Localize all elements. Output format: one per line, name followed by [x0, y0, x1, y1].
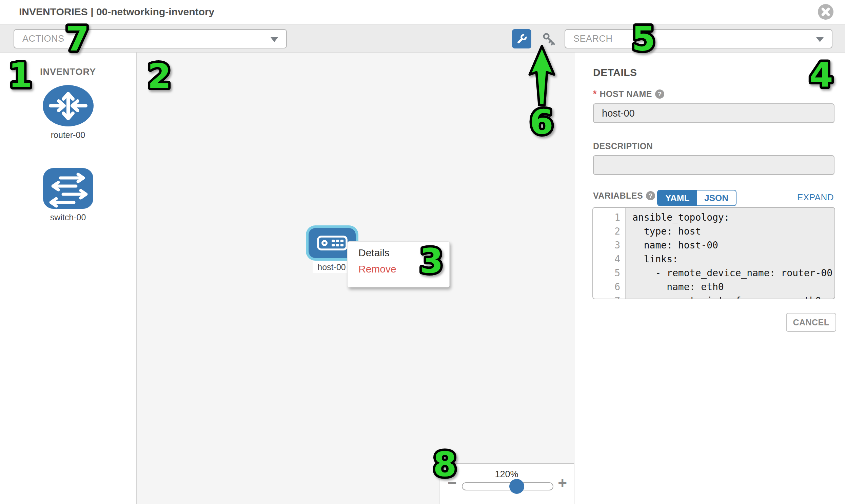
chevron-down-icon: [270, 37, 278, 42]
variables-code-editor[interactable]: 1ansible_topology: 2 type: host 3 name: …: [592, 207, 835, 299]
help-icon[interactable]: ?: [646, 191, 655, 200]
inventory-sidebar: INVENTORY router-00: [0, 53, 137, 504]
zoom-in-button[interactable]: +: [558, 475, 567, 491]
zoom-out-button[interactable]: −: [447, 475, 457, 491]
code-line: 7 remote_interface_name: eth0: [593, 294, 834, 299]
context-menu-item-details[interactable]: Details: [358, 247, 449, 258]
page-header: INVENTORIES | 00-networking-inventory: [0, 0, 845, 24]
expand-link[interactable]: EXPAND: [797, 192, 834, 203]
code-line: 6 name: eth0: [593, 280, 834, 294]
host-name-label-row: * HOST NAME ?: [593, 89, 664, 99]
help-icon[interactable]: ?: [655, 89, 664, 98]
zoom-slider[interactable]: [462, 482, 553, 490]
variables-format-toggle: YAML JSON: [657, 190, 737, 206]
router-icon: [42, 85, 94, 127]
tab-json[interactable]: JSON: [697, 191, 736, 205]
host-icon: [317, 235, 348, 252]
description-label-row: DESCRIPTION: [593, 141, 653, 151]
host-name-input[interactable]: [593, 103, 834, 123]
search-dropdown[interactable]: SEARCH: [565, 29, 832, 49]
sidebar-item-switch[interactable]: switch-00: [0, 168, 136, 222]
code-line: 5 - remote_device_name: router-00: [593, 266, 834, 280]
code-line: 1ansible_topology:: [593, 211, 834, 224]
sidebar-item-label: switch-00: [0, 213, 136, 222]
sidebar-item-router[interactable]: router-00: [0, 85, 136, 140]
toolbar: ACTIONS SEARCH: [0, 24, 845, 53]
tab-yaml[interactable]: YAML: [658, 191, 697, 205]
actions-dropdown[interactable]: ACTIONS: [14, 29, 287, 49]
inventory-topology-page: INVENTORIES | 00-networking-inventory AC…: [0, 0, 845, 504]
description-input[interactable]: [593, 155, 834, 175]
context-menu: Details Remove: [347, 241, 450, 287]
required-asterisk: *: [593, 89, 597, 99]
close-icon[interactable]: [818, 4, 833, 20]
variables-label: VARIABLES: [593, 191, 643, 201]
search-dropdown-placeholder: SEARCH: [574, 34, 613, 44]
actions-dropdown-placeholder: ACTIONS: [22, 34, 65, 44]
code-line: 2 type: host: [593, 224, 834, 238]
context-menu-item-remove[interactable]: Remove: [358, 263, 449, 275]
key-icon[interactable]: [541, 31, 557, 47]
details-panel: DETAILS * HOST NAME ? DESCRIPTION VARIAB…: [575, 53, 845, 504]
description-label: DESCRIPTION: [593, 141, 653, 151]
switch-icon: [43, 168, 93, 209]
wrench-icon: [515, 32, 529, 46]
variables-label-row: VARIABLES ?: [593, 191, 655, 201]
zoom-slider-thumb[interactable]: [509, 479, 524, 494]
sidebar-title: INVENTORY: [0, 67, 136, 77]
wrench-button[interactable]: [512, 29, 531, 49]
zoom-control: 120% − +: [439, 463, 575, 504]
host-name-label: HOST NAME: [600, 89, 652, 99]
details-title: DETAILS: [593, 67, 637, 78]
chevron-down-icon: [816, 37, 824, 42]
editor-code-lines: 1ansible_topology: 2 type: host 3 name: …: [593, 211, 834, 299]
topology-canvas[interactable]: host-00 Details Remove 120% − +: [137, 53, 575, 504]
cancel-button[interactable]: CANCEL: [786, 313, 836, 332]
host-node-label: host-00: [313, 261, 350, 273]
zoom-level-value: 120%: [439, 469, 574, 480]
code-line: 4 links:: [593, 252, 834, 266]
sidebar-item-label: router-00: [0, 130, 136, 140]
code-line: 3 name: host-00: [593, 238, 834, 252]
page-title: INVENTORIES | 00-networking-inventory: [19, 0, 214, 24]
